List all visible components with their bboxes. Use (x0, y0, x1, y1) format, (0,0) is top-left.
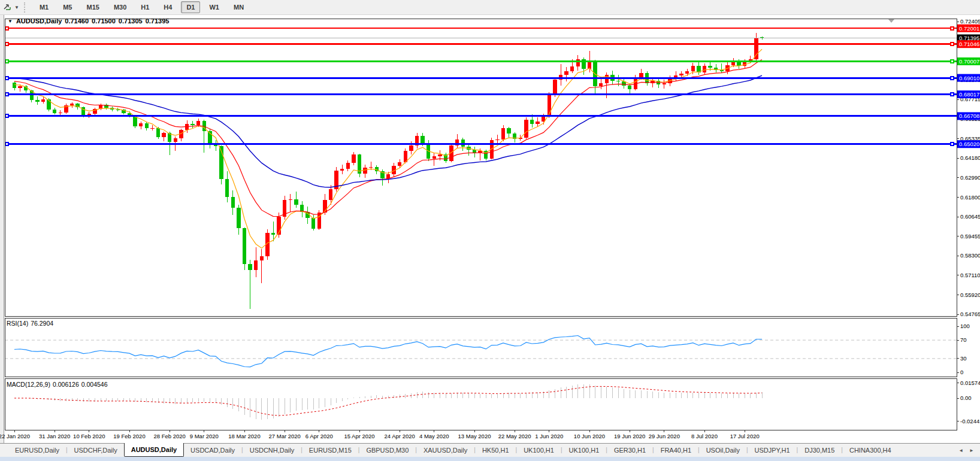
tab-usoil-daily[interactable]: USOil,Daily (700, 444, 746, 457)
timeframe-button-m15[interactable]: M15 (81, 1, 104, 13)
svg-text:70: 70 (960, 336, 967, 343)
svg-text:22 Jan 2020: 22 Jan 2020 (0, 433, 30, 439)
svg-text:10 Feb 2020: 10 Feb 2020 (73, 433, 105, 439)
svg-text:0.65020: 0.65020 (959, 141, 979, 147)
svg-text:-0.02441: -0.02441 (960, 418, 980, 424)
tab-scroll-left-icon[interactable]: ◄ (958, 448, 963, 453)
tab-scroll-right-icon[interactable]: ► (969, 448, 974, 453)
svg-text:28 Feb 2020: 28 Feb 2020 (154, 433, 186, 439)
svg-text:19 Jun 2020: 19 Jun 2020 (614, 433, 645, 439)
svg-text:0: 0 (960, 369, 963, 375)
toolbar: ▼ M1M5M15M30H1H4D1W1MN (0, 0, 980, 15)
svg-text:0.70007: 0.70007 (959, 58, 979, 65)
tab-eurusd-m15[interactable]: EURUSD,M15 (303, 444, 358, 457)
tab-usdchf-daily[interactable]: USDCHF,Daily (68, 444, 124, 457)
timeframe-button-mn[interactable]: MN (228, 1, 249, 13)
tab-eurusd-daily[interactable]: EURUSD,Daily (8, 444, 66, 457)
svg-text:0.64180: 0.64180 (960, 154, 980, 161)
ohlc-open: 0.71460 (65, 17, 89, 25)
tab-dj30-m15[interactable]: DJ30,M15 (798, 444, 841, 457)
svg-text:22 May 2020: 22 May 2020 (498, 433, 531, 439)
tool-dropdown-caret-icon[interactable]: ▼ (14, 5, 19, 10)
svg-text:17 Jul 2020: 17 Jul 2020 (730, 433, 760, 439)
svg-text:0.71046: 0.71046 (959, 41, 979, 47)
tab-uk100-h1[interactable]: UK100,H1 (562, 444, 606, 457)
tab-hk50-h1[interactable]: HK50,H1 (476, 444, 516, 457)
timeframe-button-m1[interactable]: M1 (34, 1, 54, 13)
status-strip (0, 457, 980, 461)
svg-text:0.62990: 0.62990 (960, 174, 980, 181)
svg-text:0.54765: 0.54765 (960, 311, 980, 317)
tab-xauusd-daily[interactable]: XAUUSD,Daily (417, 444, 474, 457)
crosshair-tool-icon[interactable] (2, 2, 13, 13)
svg-text:4 May 2020: 4 May 2020 (419, 433, 449, 439)
svg-text:0.60645: 0.60645 (960, 213, 980, 220)
chart-tabbar: EURUSD,Daily|USDCHF,DailyAUDUSD,DailyUSD… (0, 443, 980, 457)
tab-audusd-daily[interactable]: AUDUSD,Daily (124, 443, 184, 457)
timeframe-button-m5[interactable]: M5 (58, 1, 77, 13)
svg-text:1 Jun 2020: 1 Jun 2020 (535, 433, 563, 439)
svg-text:6 Apr 2020: 6 Apr 2020 (306, 433, 333, 439)
window-left-edge (0, 15, 4, 443)
ohlc-high: 0.71500 (92, 17, 116, 25)
svg-text:0.01574: 0.01574 (960, 380, 980, 386)
candlestick-chart[interactable]: 0.724050.688700.677150.665250.653350.641… (0, 0, 980, 461)
svg-text:0.72001: 0.72001 (959, 25, 979, 32)
svg-text:29 Jun 2020: 29 Jun 2020 (649, 433, 680, 439)
svg-text:0.57110: 0.57110 (960, 272, 980, 278)
tab-china300-h4[interactable]: CHINA300,H4 (843, 444, 898, 457)
symbol-dropdown-caret-icon[interactable]: ▼ (8, 19, 13, 24)
tab-usdcnh-daily[interactable]: USDCNH,Daily (243, 444, 301, 457)
tab-usdcad-daily[interactable]: USDCAD,Daily (184, 444, 241, 457)
svg-text:24 Apr 2020: 24 Apr 2020 (385, 433, 415, 439)
ohlc-low: 0.71305 (119, 17, 143, 25)
svg-text:0.55920: 0.55920 (960, 292, 980, 298)
svg-text:9 Mar 2020: 9 Mar 2020 (190, 433, 219, 439)
svg-text:0.58300: 0.58300 (960, 252, 980, 259)
tab-usdjpy-h1[interactable]: USDJPY,H1 (748, 444, 797, 457)
macd-indicator-label: MACD(12,26,9)0.0061260.004546 (7, 381, 110, 388)
svg-text:0.69010: 0.69010 (959, 75, 979, 81)
svg-text:0.72405: 0.72405 (960, 18, 980, 25)
timeframe-button-h1[interactable]: H1 (135, 1, 155, 13)
svg-text:0.68017: 0.68017 (959, 91, 979, 98)
svg-text:10 Jun 2020: 10 Jun 2020 (574, 433, 605, 439)
timeframe-button-m30[interactable]: M30 (108, 1, 132, 13)
svg-text:0.00: 0.00 (960, 395, 972, 401)
timeframe-buttons: M1M5M15M30H1H4D1W1MN (32, 1, 251, 13)
chart-title: ▼AUDUSD,Daily0.714600.715000.713050.7139… (8, 17, 169, 25)
svg-text:0.66708: 0.66708 (959, 113, 979, 119)
svg-text:0.61800: 0.61800 (960, 194, 980, 201)
tab-gbpusd-m30[interactable]: GBPUSD,M30 (359, 444, 415, 457)
svg-text:100: 100 (960, 323, 970, 329)
svg-text:8 Jul 2020: 8 Jul 2020 (691, 433, 718, 439)
timeframe-button-d1[interactable]: D1 (181, 1, 200, 13)
tab-ger30-h1[interactable]: GER30,H1 (607, 444, 652, 457)
svg-text:19 Feb 2020: 19 Feb 2020 (113, 433, 145, 439)
svg-text:18 Mar 2020: 18 Mar 2020 (228, 433, 260, 439)
svg-text:0.59455: 0.59455 (960, 233, 980, 239)
tab-fra40-h1[interactable]: FRA40,H1 (654, 444, 698, 457)
rsi-indicator-label: RSI(14)76.2904 (7, 320, 56, 327)
svg-text:31 Jan 2020: 31 Jan 2020 (39, 433, 70, 439)
svg-text:15 Apr 2020: 15 Apr 2020 (344, 433, 374, 439)
tab-uk100-h1[interactable]: UK100,H1 (517, 444, 561, 457)
timeframe-button-w1[interactable]: W1 (204, 1, 225, 13)
ohlc-close: 0.71395 (146, 17, 170, 25)
svg-text:27 Mar 2020: 27 Mar 2020 (269, 433, 301, 439)
svg-text:13 May 2020: 13 May 2020 (458, 433, 491, 439)
toolbar-grip (24, 2, 28, 13)
timeframe-button-h4[interactable]: H4 (158, 1, 177, 13)
symbol-title: AUDUSD,Daily (16, 17, 62, 25)
svg-text:30: 30 (960, 355, 967, 362)
